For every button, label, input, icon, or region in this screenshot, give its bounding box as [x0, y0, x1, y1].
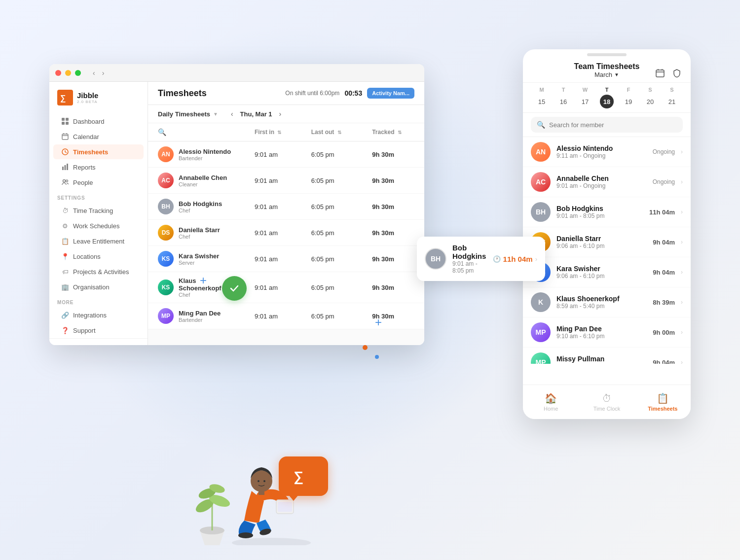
bob-avatar: BH — [425, 248, 446, 270]
member-list-item[interactable]: KS Kara Swisher 9:06 am - 6:10 pm 9h 04m… — [523, 257, 691, 287]
sidebar-item-timesheets[interactable]: Timesheets — [53, 144, 144, 159]
member-list-item[interactable]: MP Ming Pan Dee 9:10 am - 6:10 pm 9h 00m… — [523, 317, 691, 348]
calendar-day-number[interactable]: 16 — [556, 95, 570, 108]
tracked-value: 9h 30m — [364, 272, 424, 303]
sidebar-item-time-tracking[interactable]: ⏱ Time Tracking — [53, 203, 144, 218]
shield-icon[interactable] — [671, 67, 683, 79]
member-list-item[interactable]: BH Bob Hodgkins 9:01 am - 8:05 pm 11h 04… — [523, 197, 691, 227]
table-row[interactable]: KS Kara Swisher Server 9:01 am 6:05 pm 9… — [148, 246, 424, 272]
calendar-day-label: T — [596, 87, 618, 93]
back-button[interactable]: ‹ — [91, 68, 97, 78]
table-row[interactable]: DS Daniella Starr Chef 9:01 am 6:05 pm 9… — [148, 220, 424, 246]
table-row[interactable]: BH Bob Hodgkins Chef 9:01 am 6:05 pm 9h … — [148, 194, 424, 220]
mobile-nav-tab-home[interactable]: 🏠 Home — [523, 388, 579, 416]
chevron-right-icon: › — [681, 209, 683, 215]
member-time: 9:06 am - 6:10 pm — [556, 273, 647, 280]
calendar-day-number[interactable]: 17 — [578, 95, 592, 108]
member-avatar: AC — [531, 172, 551, 192]
table-row[interactable]: KS Klaus Schoenerkopf Chef 9:01 am 6:05 … — [148, 272, 424, 303]
member-list-item[interactable]: AC Annabelle Chen 9:01 am - Ongoing Ongo… — [523, 167, 691, 197]
search-bar: 🔍 — [531, 117, 683, 133]
search-input[interactable] — [549, 121, 677, 129]
member-list-item[interactable]: AN Alessio Nintendo 9:11 am - Ongoing On… — [523, 137, 691, 167]
svg-rect-13 — [62, 167, 64, 170]
sidebar-item-projects[interactable]: 🏷 Projects & Activities — [53, 264, 144, 279]
fullscreen-button[interactable] — [75, 70, 81, 76]
toolbar: Daily Timesheets ▼ ‹ Thu, Mar 1 › — [148, 105, 424, 123]
calendar-day-number[interactable]: 21 — [665, 95, 679, 108]
calendar-day-number[interactable]: 15 — [535, 95, 549, 108]
member-time: 9:06 am - 6:10 pm — [556, 243, 647, 249]
table-row[interactable]: AC Annabelle Chen Cleaner 9:01 am 6:05 p… — [148, 168, 424, 194]
sidebar-item-reports[interactable]: Reports — [53, 160, 144, 175]
floating-plus-icon: + — [200, 274, 207, 287]
sidebar-item-integrations[interactable]: 🔗 Integrations — [53, 308, 144, 322]
timesheet-type-selector[interactable]: Daily Timesheets ▼ — [158, 110, 218, 118]
calendar-header-icon[interactable] — [654, 67, 666, 79]
sidebar-item-support[interactable]: ❓ Support — [53, 323, 144, 338]
main-content: Timesheets On shift until 6:00pm 00:53 A… — [148, 82, 424, 345]
member-info: Daniella Starr 9:06 am - 6:10 pm — [556, 235, 647, 249]
bob-time: 9:01 am - 8:05 pm — [452, 260, 487, 274]
forward-button[interactable]: › — [100, 68, 107, 78]
next-date-button[interactable]: › — [276, 109, 285, 119]
table-row[interactable]: MP Ming Pan Dee Bartender 9:01 am 6:05 p… — [148, 303, 424, 329]
mobile-nav-tab-time-clock[interactable]: ⏱ Time Clock — [579, 389, 634, 416]
bob-name: Bob Hodgkins — [452, 244, 487, 260]
calendar-day-label: F — [618, 87, 639, 93]
desktop-window: ‹ › ∑ Jibble 2.0 BETA — [49, 64, 424, 345]
mobile-header-icons — [654, 67, 683, 79]
timesheets-nav-icon: 📋 — [657, 392, 669, 404]
integration-icon: 🔗 — [61, 311, 69, 319]
member-list-item[interactable]: MP Missy Pullman 9:06 am - 6:10 pm 9h 04… — [523, 348, 691, 364]
calendar-day-number[interactable]: 18 — [600, 95, 614, 108]
speech-bubble: ∑ — [279, 456, 328, 496]
employee-name: Ming Pan Dee — [179, 310, 221, 317]
svg-point-16 — [63, 180, 66, 182]
shift-info: On shift until 6:00pm — [285, 90, 339, 97]
employee-name: Annabelle Chen — [179, 174, 227, 181]
employee-role: Bartender — [179, 317, 221, 323]
calendar-day-label: T — [553, 87, 574, 93]
tracked-value: 9h 30m — [364, 194, 424, 220]
last-out-label: Last out — [311, 129, 334, 136]
sidebar-item-work-schedules[interactable]: ⚙ Work Schedules — [53, 218, 144, 233]
member-name: Kara Swisher — [556, 265, 647, 273]
sidebar-item-dashboard[interactable]: Dashboard — [53, 114, 144, 129]
svg-rect-2 — [62, 118, 65, 121]
member-list-item[interactable]: K Klaus Shoenerkopf 8:59 am - 5:40 pm 8h… — [523, 287, 691, 317]
main-header: Timesheets On shift until 6:00pm 00:53 A… — [148, 82, 424, 105]
user-profile[interactable]: JM Jane McCane Acme Inc Might Too Long..… — [53, 343, 144, 345]
employee-avatar: KS — [158, 251, 174, 267]
member-avatar: AN — [531, 142, 551, 162]
employee-info: Daniella Starr Chef — [179, 226, 220, 240]
sidebar-item-calendar[interactable]: Calendar — [53, 129, 144, 144]
first-in-header[interactable]: First in ⇅ — [247, 123, 303, 141]
prev-date-button[interactable]: ‹ — [228, 109, 236, 119]
sidebar-item-leave-entitlement[interactable]: 📋 Leave Entitlement — [53, 234, 144, 248]
minimize-button[interactable] — [65, 70, 71, 76]
search-icon: 🔍 — [158, 128, 166, 136]
tracked-header[interactable]: Tracked ⇅ — [364, 123, 424, 141]
orange-dot — [363, 345, 368, 350]
chevron-right-icon: › — [681, 269, 683, 276]
bob-hodgkins-card[interactable]: BH Bob Hodgkins 9:01 am - 8:05 pm 🕐 11h … — [417, 237, 545, 281]
calendar-day-number[interactable]: 19 — [622, 95, 635, 108]
dashboard-label: Dashboard — [73, 118, 105, 125]
sidebar-item-people[interactable]: People — [53, 175, 144, 190]
calendar-day-number[interactable]: 20 — [643, 95, 657, 108]
last-out-header[interactable]: Last out ⇅ — [303, 123, 365, 141]
svg-rect-34 — [259, 490, 264, 495]
sidebar-item-locations[interactable]: 📍 Locations — [53, 249, 144, 264]
member-time: 8:59 am - 5:40 pm — [556, 303, 647, 310]
employee-role: Chef — [179, 234, 220, 240]
users-icon — [61, 178, 69, 186]
activity-button[interactable]: Activity Nam... — [367, 88, 414, 99]
sidebar-item-organisation[interactable]: 🏢 Organisation — [53, 280, 144, 294]
close-button[interactable] — [55, 70, 61, 76]
member-list-item[interactable]: DS Daniella Starr 9:06 am - 6:10 pm 9h 0… — [523, 227, 691, 257]
project-icon: 🏷 — [61, 268, 69, 276]
table-row[interactable]: AN Alessio Nintendo Bartender 9:01 am 6:… — [148, 141, 424, 168]
mobile-nav-tab-timesheets[interactable]: 📋 Timesheets — [635, 388, 691, 416]
first-in-value: 9:01 am — [247, 246, 303, 272]
